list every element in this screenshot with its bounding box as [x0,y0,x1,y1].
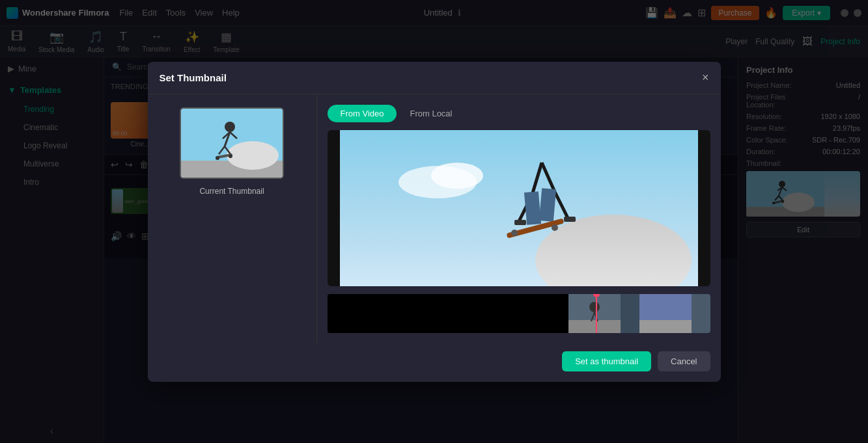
current-thumbnail [180,107,284,179]
svg-rect-36 [564,217,576,222]
video-preview [328,130,710,286]
tab-row: From Video From Local [328,105,710,122]
tab-from-local[interactable]: From Local [397,105,465,122]
svg-point-14 [227,141,279,170]
tab-from-video[interactable]: From Video [328,105,397,122]
current-thumb-skater-svg [181,109,284,179]
strip-playhead [596,294,597,333]
svg-point-42 [589,302,600,312]
set-as-thumbnail-button[interactable]: Set as thumbnail [562,351,651,371]
modal-header: Set Thumbnail × [148,62,721,94]
playhead-dot [593,294,600,297]
svg-point-23 [229,154,232,158]
strip-frame-2-svg [639,294,692,333]
svg-rect-34 [539,188,555,222]
svg-point-38 [511,230,518,236]
modal-body: Current Thumbnail From Video From Local [148,94,721,343]
svg-point-39 [552,224,558,231]
current-thumb-scene [181,109,283,178]
svg-point-28 [431,163,483,189]
modal-title: Set Thumbnail [160,72,227,83]
modal-left-panel: Current Thumbnail [148,94,317,343]
strip-frame-2 [639,294,710,333]
current-thumb-label: Current Thumbnail [199,187,264,196]
strip-frame-1 [568,294,639,333]
video-preview-svg [328,130,710,286]
svg-rect-46 [639,320,692,333]
modal-overlay: Set Thumbnail × [0,0,868,443]
svg-point-22 [216,156,219,160]
strip-empty-section [328,294,568,333]
svg-rect-41 [568,320,621,333]
modal-close-button[interactable]: × [702,71,709,85]
strip-frame-1-svg [568,294,621,333]
svg-point-15 [225,122,235,132]
timeline-filmstrip[interactable] [328,294,710,333]
svg-rect-35 [514,220,526,225]
svg-rect-33 [524,191,540,225]
modal-right-panel: From Video From Local [317,94,721,343]
modal-footer: Set as thumbnail Cancel [148,343,721,382]
set-thumbnail-modal: Set Thumbnail × [148,62,721,382]
cancel-button[interactable]: Cancel [658,351,710,371]
